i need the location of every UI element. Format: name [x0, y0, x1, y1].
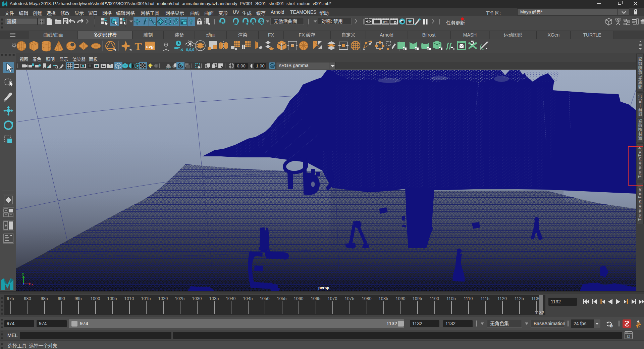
- svg-text:{;}: {;}: [627, 335, 630, 338]
- svg-text:IPR: IPR: [383, 20, 388, 23]
- svg-text:svg: svg: [146, 44, 154, 49]
- svg-text:y: y: [22, 272, 24, 276]
- svg-text:0,0,0: 0,0,0: [186, 48, 194, 52]
- svg-text:T: T: [135, 40, 142, 52]
- svg-text:x: x: [32, 283, 33, 286]
- svg-text:1: 1: [610, 325, 612, 328]
- svg-text:T: T: [109, 64, 111, 68]
- svg-text:persp: persp: [318, 286, 329, 290]
- svg-text:?: ?: [189, 18, 193, 26]
- svg-text:ON: ON: [271, 65, 274, 67]
